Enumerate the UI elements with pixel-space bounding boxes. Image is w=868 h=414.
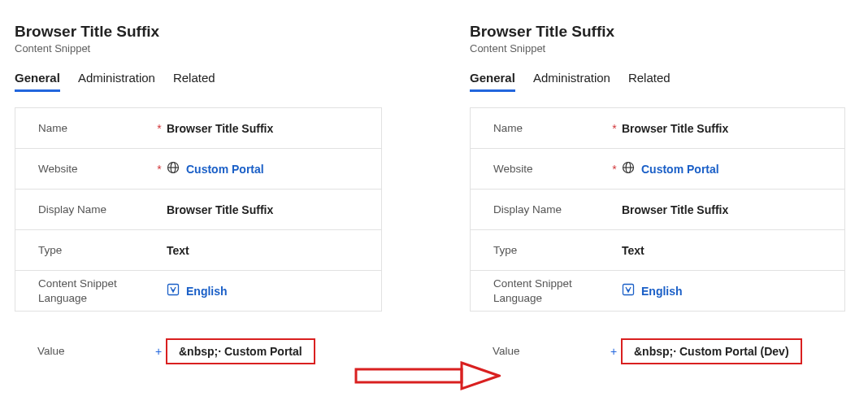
field-row-name: Name * Browser Title Suffix xyxy=(15,108,381,149)
language-value-text: English xyxy=(641,285,683,298)
tabs: General Administration Related xyxy=(15,68,382,93)
globe-icon xyxy=(167,161,180,176)
language-label: Content Snippet Language xyxy=(493,277,607,305)
field-row-value: Value + &nbsp;· Custom Portal xyxy=(15,331,382,372)
website-value[interactable]: Custom Portal xyxy=(167,161,373,176)
field-row-language: Content Snippet Language English xyxy=(15,271,381,312)
page-title: Browser Title Suffix xyxy=(15,23,382,41)
language-icon xyxy=(622,283,635,299)
tab-general[interactable]: General xyxy=(470,68,515,92)
field-row-name: Name * Browser Title Suffix xyxy=(471,108,844,149)
value-field-highlight: &nbsp;· Custom Portal xyxy=(166,338,315,364)
field-row-displayname: Display Name Browser Title Suffix xyxy=(471,190,844,230)
displayname-label: Display Name xyxy=(38,203,152,217)
language-value[interactable]: English xyxy=(167,283,373,299)
language-icon xyxy=(167,283,180,299)
tab-administration[interactable]: Administration xyxy=(78,68,155,92)
name-label: Name xyxy=(38,121,152,136)
website-value-text: Custom Portal xyxy=(186,163,264,176)
tab-related[interactable]: Related xyxy=(173,68,215,92)
type-label: Type xyxy=(493,243,607,258)
field-row-displayname: Display Name Browser Title Suffix xyxy=(15,190,381,230)
recommended-indicator: + xyxy=(606,345,621,358)
entity-type-label: Content Snippet xyxy=(470,42,845,54)
entity-type-label: Content Snippet xyxy=(15,42,382,54)
language-label: Content Snippet Language xyxy=(38,277,152,305)
name-value[interactable]: Browser Title Suffix xyxy=(167,122,373,135)
field-row-language: Content Snippet Language English xyxy=(471,271,844,312)
type-value[interactable]: Text xyxy=(622,244,836,257)
required-indicator: * xyxy=(152,163,167,176)
value-field-highlight: &nbsp;· Custom Portal (Dev) xyxy=(621,338,802,364)
type-label: Type xyxy=(38,243,152,258)
field-row-type: Type Text xyxy=(15,230,381,271)
globe-icon xyxy=(622,161,635,176)
website-label: Website xyxy=(493,162,607,176)
tab-related[interactable]: Related xyxy=(628,68,671,92)
required-indicator: * xyxy=(607,122,622,135)
recommended-indicator: + xyxy=(151,345,166,358)
name-value[interactable]: Browser Title Suffix xyxy=(622,122,836,135)
language-value-text: English xyxy=(186,285,228,298)
field-row-website: Website * Custom Portal xyxy=(15,149,381,190)
field-row-website: Website * Custom Portal xyxy=(471,149,844,190)
displayname-label: Display Name xyxy=(493,203,607,217)
website-value[interactable]: Custom Portal xyxy=(622,161,836,176)
value-label: Value xyxy=(37,344,151,359)
left-panel: Browser Title Suffix Content Snippet Gen… xyxy=(0,0,390,414)
value-label: Value xyxy=(493,344,606,359)
field-group: Name * Browser Title Suffix Website * Cu… xyxy=(15,107,382,312)
tab-general[interactable]: General xyxy=(15,68,60,92)
tab-administration[interactable]: Administration xyxy=(533,68,610,92)
displayname-value[interactable]: Browser Title Suffix xyxy=(167,203,373,216)
website-value-text: Custom Portal xyxy=(641,163,719,176)
name-label: Name xyxy=(493,121,607,136)
type-value[interactable]: Text xyxy=(167,244,373,257)
language-value[interactable]: English xyxy=(622,283,836,299)
field-group: Name * Browser Title Suffix Website * Cu… xyxy=(470,107,845,312)
right-panel: Browser Title Suffix Content Snippet Gen… xyxy=(455,0,853,414)
page-title: Browser Title Suffix xyxy=(470,23,845,41)
website-label: Website xyxy=(38,162,152,176)
tabs: General Administration Related xyxy=(470,68,845,93)
required-indicator: * xyxy=(607,163,622,176)
required-indicator: * xyxy=(152,122,167,135)
field-row-value: Value + &nbsp;· Custom Portal (Dev) xyxy=(470,331,845,372)
field-row-type: Type Text xyxy=(471,230,844,271)
displayname-value[interactable]: Browser Title Suffix xyxy=(622,203,836,216)
